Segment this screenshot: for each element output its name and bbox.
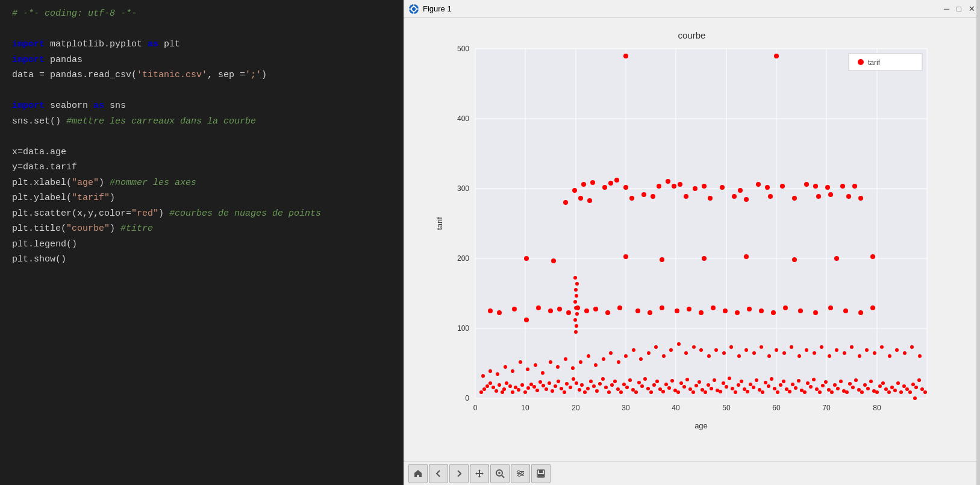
close-button[interactable]: ✕ — [969, 4, 975, 13]
back-button[interactable] — [429, 464, 448, 483]
svg-point-98 — [635, 308, 640, 313]
svg-rect-356 — [539, 470, 543, 473]
svg-point-131 — [520, 383, 524, 387]
svg-point-246 — [866, 387, 870, 390]
svg-point-271 — [519, 360, 522, 364]
svg-point-82 — [828, 192, 833, 197]
svg-point-317 — [865, 348, 869, 352]
svg-point-159 — [604, 386, 608, 389]
svg-point-261 — [911, 383, 915, 386]
svg-point-340 — [744, 254, 749, 259]
svg-point-139 — [545, 387, 548, 391]
svg-point-187 — [688, 387, 692, 391]
svg-point-260 — [908, 390, 912, 394]
svg-point-231 — [821, 384, 825, 387]
svg-point-272 — [526, 368, 529, 371]
svg-point-178 — [661, 390, 665, 393]
code-line-l17: plt.show() — [12, 252, 392, 268]
svg-point-138 — [541, 384, 545, 387]
svg-point-288 — [647, 351, 651, 355]
chart-area: courbe — [404, 18, 980, 461]
svg-point-78 — [744, 197, 749, 202]
svg-point-71 — [587, 198, 592, 203]
svg-point-166 — [625, 386, 629, 389]
code-line-l12: plt.xlabel("age") #nommer les axes — [12, 175, 392, 191]
svg-point-286 — [632, 348, 635, 352]
svg-text:0: 0 — [473, 404, 477, 412]
svg-point-191 — [701, 388, 704, 392]
svg-point-124 — [501, 390, 504, 394]
svg-text:50: 50 — [722, 404, 731, 412]
svg-point-214 — [770, 377, 773, 381]
svg-point-2 — [412, 7, 416, 11]
svg-text:70: 70 — [822, 404, 831, 412]
svg-point-342 — [834, 256, 839, 261]
svg-point-324 — [918, 354, 922, 358]
svg-point-223 — [797, 379, 801, 383]
code-line-l1: # -*- coding: utf-8 -*- — [12, 6, 392, 22]
pan-button[interactable] — [470, 464, 489, 483]
svg-point-121 — [492, 386, 495, 389]
svg-point-156 — [595, 389, 599, 393]
code-line-l6 — [12, 83, 392, 99]
svg-point-308 — [797, 354, 801, 358]
svg-point-163 — [616, 387, 620, 391]
settings-button[interactable] — [511, 464, 530, 483]
svg-point-55 — [672, 184, 676, 189]
svg-point-290 — [662, 354, 666, 358]
forward-button[interactable] — [449, 464, 469, 483]
svg-point-215 — [773, 387, 776, 390]
svg-point-205 — [743, 387, 746, 391]
svg-point-229 — [815, 387, 819, 391]
code-line-l14: plt.scatter(x,y,color="red") #courbes de… — [12, 206, 392, 222]
svg-point-130 — [517, 388, 520, 392]
svg-point-254 — [890, 386, 894, 389]
matplotlib-icon — [408, 4, 419, 14]
minimize-button[interactable]: ─ — [944, 4, 949, 13]
svg-point-275 — [549, 360, 552, 364]
svg-point-89 — [536, 305, 541, 310]
svg-point-48 — [590, 180, 595, 185]
home-button[interactable] — [408, 464, 428, 483]
svg-point-67 — [840, 184, 845, 189]
zoom-button[interactable] — [490, 464, 510, 483]
svg-point-134 — [529, 383, 533, 386]
resize-handle[interactable] — [976, 0, 980, 485]
svg-point-148 — [572, 377, 575, 381]
svg-point-329 — [574, 306, 578, 310]
svg-point-108 — [759, 308, 764, 313]
svg-point-281 — [594, 363, 598, 367]
svg-point-263 — [917, 378, 921, 382]
code-line-l8: sns.set() #mettre les carreaux dans la c… — [12, 114, 392, 130]
svg-point-107 — [747, 307, 752, 311]
svg-point-50 — [608, 181, 613, 186]
svg-point-45 — [774, 54, 779, 58]
code-line-l7: import seaborn as sns — [12, 98, 392, 114]
svg-point-318 — [873, 351, 876, 355]
svg-point-226 — [806, 381, 810, 385]
svg-point-65 — [813, 184, 818, 189]
maximize-button[interactable]: □ — [957, 4, 961, 13]
svg-text:10: 10 — [521, 404, 529, 412]
svg-point-332 — [574, 288, 578, 292]
svg-point-194 — [710, 387, 713, 390]
svg-point-86 — [497, 310, 502, 315]
svg-text:tarif: tarif — [435, 216, 444, 230]
svg-point-224 — [800, 389, 804, 392]
svg-point-84 — [858, 196, 863, 201]
svg-point-232 — [824, 380, 828, 384]
svg-point-282 — [602, 357, 605, 361]
svg-point-136 — [535, 389, 539, 392]
svg-point-167 — [628, 378, 632, 382]
svg-point-176 — [655, 380, 659, 383]
svg-point-79 — [768, 194, 773, 199]
save-button[interactable] — [531, 464, 551, 483]
svg-point-266 — [481, 374, 485, 378]
code-line-l2 — [12, 22, 392, 37]
svg-point-170 — [637, 381, 641, 384]
svg-point-146 — [565, 382, 569, 386]
svg-point-316 — [858, 354, 861, 358]
chart-title: courbe — [678, 30, 706, 40]
svg-text:400: 400 — [457, 114, 469, 123]
svg-point-132 — [523, 390, 527, 394]
